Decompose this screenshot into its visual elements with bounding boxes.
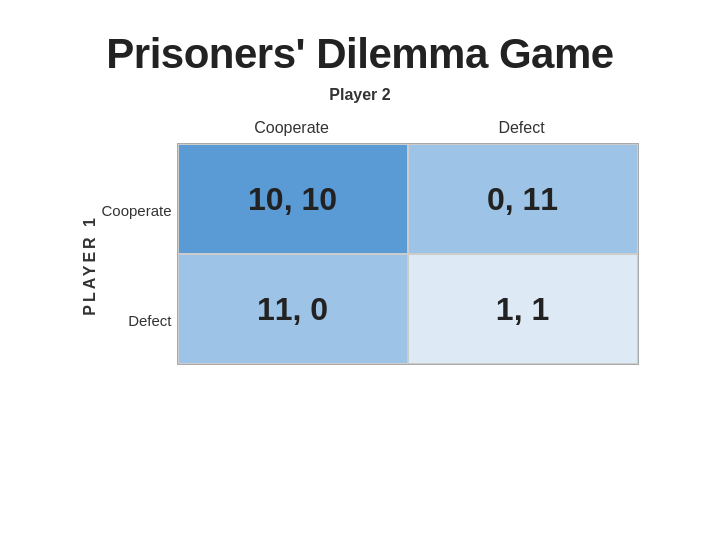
page-title: Prisoners' Dilemma Game	[106, 30, 613, 78]
cell-dc: 11, 0	[178, 254, 408, 364]
cell-dd: 1, 1	[408, 254, 638, 364]
cell-cc: 10, 10	[178, 144, 408, 254]
row-label-defect: Defect	[101, 312, 171, 329]
payoff-matrix: 10, 10 0, 11 11, 0 1, 1	[177, 143, 639, 365]
col-header-defect: Defect	[407, 119, 637, 143]
matrix-row-defect: 11, 0 1, 1	[178, 254, 638, 364]
player2-label: Player 2	[329, 86, 390, 104]
col-header-cooperate: Cooperate	[177, 119, 407, 143]
player1-label: PLAYER 1	[81, 215, 99, 316]
cell-cd: 0, 11	[408, 144, 638, 254]
row-label-cooperate: Cooperate	[101, 202, 171, 219]
matrix-row-cooperate: 10, 10 0, 11	[178, 144, 638, 254]
